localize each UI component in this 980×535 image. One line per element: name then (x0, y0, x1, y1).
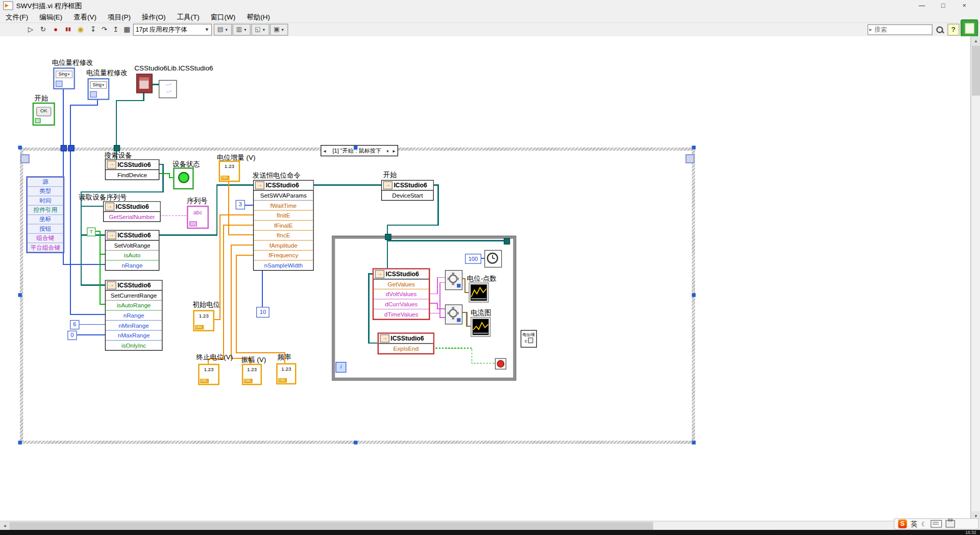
param-row[interactable]: fFrequency (254, 251, 313, 261)
event-data-node[interactable]: 源 类型 时间 控件引用 坐标 按钮 组合键 平台组合键 (26, 176, 64, 253)
pot-points-graph-terminal[interactable] (469, 282, 488, 302)
invoke-node-setcurrentrange[interactable]: ICSStudio6 SetCurrentRange isAutoRange n… (105, 280, 163, 351)
invoke-node-devicestart[interactable]: ICSStudio6 DeviceStart (381, 180, 434, 201)
event-item[interactable]: 平台组合键 (28, 243, 63, 252)
close-button[interactable]: × (954, 0, 975, 11)
step-over-icon[interactable]: ↷ (99, 24, 110, 35)
invoke-node-finddevice[interactable]: ICSStudio6 FindDevice (105, 159, 160, 180)
param-row[interactable]: nSampleWidth (254, 261, 313, 270)
loop-condition-terminal[interactable] (495, 358, 506, 370)
reorder-dropdown[interactable]: ▣ (270, 24, 288, 36)
scroll-left-icon[interactable]: ◄ (0, 521, 9, 530)
constant-6[interactable]: 6 (70, 320, 79, 329)
invoke-node-getserialnumber[interactable]: ICSStudio6 GetSerialNumber (103, 201, 161, 222)
volt-range-ring-terminal[interactable]: Sing (53, 67, 75, 89)
current-graph-terminal[interactable] (471, 317, 491, 337)
run-continuous-icon[interactable]: ↻ (37, 24, 48, 35)
maximize-button[interactable]: □ (933, 0, 954, 11)
search-box[interactable]: ▸ (868, 25, 933, 35)
menu-project[interactable]: 项目(P) (102, 11, 136, 22)
param-row[interactable]: fInitE (254, 211, 313, 221)
moon-icon[interactable]: ☾ (921, 520, 927, 527)
constant-3[interactable]: 3 (236, 200, 245, 209)
ime-language-toggle[interactable]: 英 (911, 519, 917, 528)
param-row[interactable]: fAmplitude (254, 240, 313, 251)
param-row[interactable]: nRange (106, 311, 162, 321)
font-selector[interactable]: ▼17pt 应用程序字体 (133, 24, 212, 36)
menu-help[interactable]: 帮助(H) (241, 11, 276, 22)
param-row[interactable]: nRange (106, 261, 159, 270)
menu-edit[interactable]: 编辑(E) (34, 11, 68, 22)
param-row[interactable]: nMinRange (106, 321, 162, 331)
param-row[interactable]: fIncE (254, 231, 313, 241)
param-row[interactable]: fWaitTime (254, 201, 313, 211)
distribute-objects-dropdown[interactable]: ▥ (233, 24, 251, 36)
constant-10[interactable]: 10 (256, 307, 270, 318)
event-item[interactable]: 按钮 (28, 225, 63, 234)
serial-string-terminal[interactable]: abc (187, 206, 209, 229)
highlight-execution-icon[interactable]: ◉ (75, 24, 86, 35)
resize-objects-dropdown[interactable]: ◱ (251, 24, 270, 36)
event-filter-terminal[interactable] (685, 154, 694, 163)
bundle-function-icon[interactable] (445, 304, 462, 324)
method-row[interactable]: DeviceStart (382, 190, 433, 200)
prev-case-icon[interactable] (321, 148, 328, 154)
event-item[interactable]: 时间 (28, 196, 63, 205)
context-help-button[interactable]: ? (947, 24, 959, 36)
param-row[interactable]: dTimeValues (374, 309, 429, 319)
event-item[interactable]: 源 (28, 178, 63, 187)
search-input[interactable] (873, 26, 926, 34)
minimize-button[interactable]: — (911, 0, 933, 11)
next-case-icon[interactable] (390, 148, 397, 154)
wait-ms-icon[interactable] (484, 250, 502, 268)
invoke-node-getvalues[interactable]: ICSStudio6 GetValues dVoltValues dCurrVa… (373, 268, 430, 320)
icsstudio6-class-constant[interactable] (136, 74, 153, 93)
event-case-selector[interactable]: [1] "开始": 鼠标按下 (321, 145, 398, 156)
sogou-logo-icon[interactable]: S (898, 520, 907, 528)
pot-increment-terminal[interactable]: 1.23 DBL (219, 161, 240, 182)
constant-0[interactable]: 0 (67, 331, 77, 340)
invoke-node-expisend[interactable]: ICSStudio6 ExpIsEnd (378, 332, 434, 354)
menu-window[interactable]: 窗口(W) (205, 11, 241, 22)
pause-icon[interactable]: ▮▮ (62, 24, 74, 35)
param-row[interactable]: isAuto (106, 251, 159, 261)
horizontal-scroll-thumb[interactable] (9, 522, 653, 530)
method-row[interactable]: ExpIsEnd (379, 344, 433, 353)
param-row[interactable]: nMaxRange (106, 331, 162, 341)
bundle-function-icon[interactable] (445, 270, 462, 290)
param-row[interactable]: dVoltValues (374, 289, 429, 300)
method-row[interactable]: SetVoltRange (106, 240, 159, 251)
curr-range-ring-terminal[interactable]: Sing (87, 78, 109, 100)
menu-tools[interactable]: 工具(T) (171, 11, 205, 22)
param-row[interactable]: isOnlyInc (106, 341, 162, 350)
scroll-up-icon[interactable]: ▲ (971, 36, 980, 45)
frequency-terminal[interactable]: 1.23 DBL (276, 363, 296, 384)
method-row[interactable]: GetSerialNumber (104, 212, 160, 221)
align-objects-dropdown[interactable]: ▤ (214, 24, 232, 36)
method-row[interactable]: SetSWVAParams (254, 190, 313, 201)
start-ok-button-terminal[interactable]: OK (33, 103, 55, 126)
abort-icon[interactable]: ● (50, 24, 61, 35)
ime-toolbar[interactable]: S 英 ☾ (894, 518, 979, 529)
init-pot-terminal[interactable]: 1.23 DBL (193, 310, 214, 331)
event-item[interactable]: 坐标 (28, 215, 63, 224)
method-row[interactable]: SetCurrentRange (106, 290, 162, 301)
soft-keyboard-icon[interactable] (930, 520, 942, 528)
method-row[interactable]: GetValues (374, 279, 429, 289)
param-row[interactable]: fFinalE (254, 221, 313, 231)
event-item[interactable]: 类型 (28, 187, 63, 196)
param-row[interactable]: isAutoRange (106, 301, 162, 311)
menu-operate[interactable]: 操作(O) (136, 11, 171, 22)
constant-100[interactable]: 100 (465, 254, 481, 264)
search-button[interactable] (934, 24, 946, 36)
menu-file[interactable]: 文件(F) (0, 11, 34, 22)
invoke-node-setswvaparams[interactable]: ICSStudio6 SetSWVAParams fWaitTime fInit… (253, 180, 314, 271)
method-row[interactable]: FindDevice (106, 170, 159, 179)
case-dropdown-icon[interactable] (386, 148, 391, 154)
ime-toolbox-icon[interactable] (946, 520, 955, 528)
menu-view[interactable]: 查看(V) (68, 11, 102, 22)
horizontal-scrollbar[interactable]: ◄ ► (0, 521, 971, 531)
vertical-scroll-thumb[interactable] (972, 45, 980, 95)
true-constant[interactable]: T (87, 228, 95, 236)
vertical-scrollbar[interactable]: ▲ ▼ (971, 36, 980, 521)
